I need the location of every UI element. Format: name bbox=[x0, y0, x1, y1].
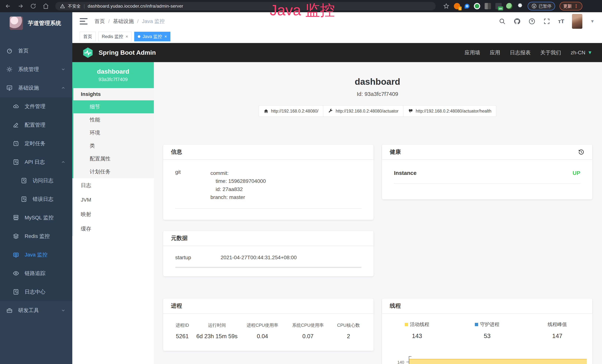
search-icon[interactable] bbox=[499, 18, 506, 25]
sidebar-item-label: 定时任务 bbox=[25, 140, 45, 147]
sidebar-item-system-mgmt[interactable]: 系统管理 bbox=[0, 60, 72, 79]
font-size-icon[interactable]: тT bbox=[558, 18, 564, 24]
sidebar-item-config-mgmt[interactable]: 配置管理 bbox=[0, 116, 72, 134]
actuator-url-button[interactable]: http://192.168.0.2:48080/actuator bbox=[323, 105, 403, 117]
sidebar-item-label: 研发工具 bbox=[18, 307, 39, 314]
forward-icon[interactable] bbox=[17, 3, 24, 9]
breadcrumb-separator: / bbox=[137, 18, 139, 24]
chrome-update-button[interactable]: 更新 ⋮ bbox=[559, 2, 582, 11]
sidebar-item-java-monitor[interactable]: Java 监控 bbox=[0, 246, 72, 264]
extensions-puzzle-icon[interactable] bbox=[517, 3, 523, 9]
github-icon[interactable] bbox=[514, 18, 521, 25]
sidebar-item-classes[interactable]: 类 bbox=[74, 139, 154, 152]
sidebar-item-log-center[interactable]: 日志中心 bbox=[0, 283, 72, 301]
threads-legend: 活动线程 143 守护进程 53 线程峰值 147 bbox=[382, 321, 592, 340]
tab-java-monitor[interactable]: Java 监控 × bbox=[134, 32, 170, 41]
sidebar-item-caches[interactable]: 缓存 bbox=[74, 222, 154, 236]
extension-switch-icon[interactable]: on bbox=[495, 3, 502, 9]
extension-colorzilla-icon[interactable]: 1 bbox=[454, 3, 460, 9]
spring-boot-admin-logo[interactable] bbox=[82, 47, 94, 59]
close-icon[interactable]: × bbox=[164, 34, 167, 39]
admin-sidebar: 芋道管理系统 首页 系统管理 基础设施 文件管理 配置管理 bbox=[0, 12, 72, 364]
instance-name: dashboard bbox=[97, 68, 129, 75]
breadcrumb-infrastructure[interactable]: 基础设施 bbox=[113, 18, 134, 25]
close-icon[interactable]: × bbox=[126, 34, 128, 39]
sidebar-item-mappings[interactable]: 映射 bbox=[74, 207, 154, 222]
topbar-actions: тT ▼ bbox=[499, 14, 595, 29]
extension-grid-icon[interactable] bbox=[485, 3, 491, 9]
url-text[interactable]: dashboard.yudao.iocoder.cn/infra/admin-s… bbox=[88, 3, 183, 9]
sidebar-item-mysql-monitor[interactable]: MySQL 监控 bbox=[0, 208, 72, 227]
metadata-card-header: 元数据 bbox=[163, 231, 374, 246]
sidebar-item-redis-monitor[interactable]: Redis 监控 bbox=[0, 227, 72, 246]
metadata-card-body: startup 2021-04-27T00:44:31.254+08:00 bbox=[163, 246, 374, 268]
history-icon[interactable] bbox=[578, 149, 585, 155]
service-url-button[interactable]: http://192.168.0.2:48080/ bbox=[259, 105, 323, 117]
nav-about[interactable]: 关于我们 bbox=[540, 49, 561, 56]
extension-badge: 1 bbox=[458, 7, 462, 11]
sidebar-item-scheduled-tasks[interactable]: 计划任务 bbox=[74, 165, 154, 178]
nav-journal[interactable]: 日志报表 bbox=[510, 49, 531, 56]
address-bar[interactable]: 不安全 | dashboard.yudao.iocoder.cn/infra/a… bbox=[55, 2, 436, 11]
tab-redis-monitor[interactable]: Redis 监控 × bbox=[98, 32, 132, 41]
sidebar-item-label: 错误日志 bbox=[33, 196, 54, 203]
col-header-pid: 进程ID bbox=[170, 322, 195, 328]
sidebar-item-error-logs[interactable]: 错误日志 bbox=[0, 190, 72, 208]
threads-card-body: 活动线程 143 守护进程 53 线程峰值 147 140 120 100 bbox=[382, 313, 592, 340]
instance-id: 93a3fc7f7409 bbox=[98, 76, 128, 82]
nav-applications[interactable]: 应用 bbox=[490, 49, 500, 56]
card-title: 健康 bbox=[390, 148, 401, 156]
bookmark-star-icon[interactable] bbox=[443, 3, 449, 9]
reload-icon[interactable] bbox=[30, 3, 36, 9]
sidebar-item-access-logs[interactable]: 访问日志 bbox=[0, 171, 72, 190]
sidebar-item-home[interactable]: 首页 bbox=[0, 42, 72, 60]
sidebar-item-config-props[interactable]: 配置属性 bbox=[74, 152, 154, 165]
info-card-header: 信息 bbox=[163, 145, 374, 160]
sidebar-item-scheduled-jobs[interactable]: 定时任务 bbox=[0, 134, 72, 153]
sidebar-item-infrastructure[interactable]: 基础设施 bbox=[0, 79, 72, 97]
brand-title[interactable]: Spring Boot Admin bbox=[99, 49, 156, 56]
app-logo-row[interactable]: 芋道管理系统 bbox=[0, 12, 72, 34]
cloud-upload-icon bbox=[13, 103, 19, 110]
extension-pin-icon[interactable] bbox=[465, 4, 469, 9]
legend-daemon-threads: 守护进程 53 bbox=[452, 321, 522, 340]
tampermonkey-paused-pill[interactable]: 😲 已暂停 bbox=[528, 2, 555, 11]
browser-menu-icon[interactable]: ⋮ bbox=[574, 3, 579, 9]
sidebar-item-file-mgmt[interactable]: 文件管理 bbox=[0, 97, 72, 116]
extension-magnifier-icon[interactable] bbox=[506, 3, 512, 9]
back-icon[interactable] bbox=[5, 3, 11, 9]
health-row[interactable]: Instance UP bbox=[394, 170, 580, 184]
hamburger-icon[interactable] bbox=[80, 18, 87, 24]
sidebar-item-api-logs[interactable]: API 日志 bbox=[0, 153, 72, 171]
extension-y-circle-icon[interactable] bbox=[474, 3, 480, 9]
process-card-body: 进程ID 运行时间 进程CPU使用率 系统CPU使用率 CPU核心数 5261 … bbox=[163, 313, 374, 340]
breadcrumb-current: Java 监控 bbox=[142, 18, 165, 25]
nav-applications-wall[interactable]: 应用墙 bbox=[465, 49, 480, 56]
legend-label: 守护进程 bbox=[480, 321, 499, 328]
sidebar-item-dev-tools[interactable]: 研发工具 bbox=[0, 301, 72, 320]
sidebar-item-logs[interactable]: 日志 bbox=[74, 178, 154, 193]
sidebar-item-label: 文件管理 bbox=[25, 103, 45, 110]
live-threads-value: 143 bbox=[382, 332, 452, 340]
language-selector[interactable]: zh-CN ▼ bbox=[571, 50, 592, 56]
sidebar-item-tracing[interactable]: 链路追踪 bbox=[0, 264, 72, 283]
tab-home[interactable]: 首页 bbox=[80, 32, 96, 41]
sidebar-item-details[interactable]: 细节 bbox=[74, 100, 154, 113]
home-nav-icon[interactable] bbox=[43, 3, 49, 9]
instance-hero: dashboard Id: 93a3fc7f7409 http://192.16… bbox=[163, 62, 592, 117]
breadcrumb-home[interactable]: 首页 bbox=[95, 18, 105, 25]
sidebar-item-metrics[interactable]: 性能 bbox=[74, 113, 154, 126]
sidebar-item-environment[interactable]: 环境 bbox=[74, 126, 154, 139]
health-url-button[interactable]: http://192.168.0.2:48080/actuator/health bbox=[403, 105, 496, 117]
database-icon bbox=[13, 214, 19, 221]
user-avatar[interactable] bbox=[572, 14, 582, 29]
fullscreen-icon[interactable] bbox=[543, 18, 550, 25]
caret-down-icon[interactable]: ▼ bbox=[590, 19, 595, 24]
legend-swatch-yellow bbox=[405, 323, 408, 326]
instance-header[interactable]: dashboard 93a3fc7f7409 bbox=[72, 62, 154, 88]
col-header-process-cpu: 进程CPU使用率 bbox=[239, 322, 286, 328]
help-icon[interactable] bbox=[528, 18, 536, 25]
security-label[interactable]: 不安全 bbox=[68, 3, 81, 9]
sidebar-item-jvm[interactable]: JVM bbox=[74, 193, 154, 207]
info-key: git bbox=[175, 169, 210, 201]
